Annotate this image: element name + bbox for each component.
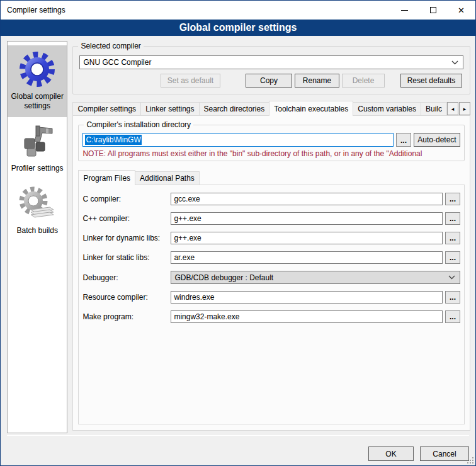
static-linker-label: Linker for static libs:	[82, 253, 171, 262]
dynamic-linker-browse-button[interactable]: ...	[445, 232, 460, 244]
auto-detect-button[interactable]: Auto-detect	[414, 133, 460, 147]
make-program-row: Make program: ...	[82, 310, 460, 323]
dialog-body: Global compiler settings Profiler settin…	[1, 36, 475, 466]
install-dir-selected-text: C:\raylib\MinGW	[85, 135, 141, 145]
page-title: Global compiler settings	[1, 20, 475, 36]
copy-button[interactable]: Copy	[246, 74, 292, 88]
make-program-input[interactable]	[171, 310, 443, 323]
footer-button-row: OK Cancel	[368, 446, 469, 461]
tab-custom-variables[interactable]: Custom variables	[353, 102, 421, 115]
caliper-icon	[17, 121, 57, 161]
rename-button[interactable]: Rename	[295, 74, 339, 88]
make-program-label: Make program:	[82, 312, 171, 321]
sidebar-item-batch-builds[interactable]: Batch builds	[8, 179, 67, 242]
sidebar-item-label: Global compiler settings	[9, 92, 65, 111]
make-program-browse-button[interactable]: ...	[445, 310, 460, 323]
window-title: Compiler settings	[1, 6, 65, 14]
static-linker-browse-button[interactable]: ...	[445, 251, 460, 264]
resource-compiler-browse-button[interactable]: ...	[445, 291, 460, 304]
set-as-default-button[interactable]: Set as default	[161, 74, 220, 88]
program-files-notebook: Program Files Additional Paths C compile…	[78, 170, 465, 424]
ok-button[interactable]: OK	[368, 446, 414, 461]
c-compiler-browse-button[interactable]: ...	[445, 193, 460, 205]
cpp-compiler-row: C++ compiler: ...	[82, 212, 460, 225]
tab-additional-paths[interactable]: Additional Paths	[135, 171, 200, 185]
selected-compiler-group: Selected compiler GNU GCC Compiler Set a…	[72, 46, 470, 94]
tab-search-directories[interactable]: Search directories	[199, 102, 270, 115]
resource-compiler-row: Resource compiler: ...	[82, 291, 460, 304]
compiler-select-value: GNU GCC Compiler	[83, 58, 151, 67]
sidebar-item-label: Batch builds	[17, 226, 58, 236]
arrow-left-icon: ◂	[451, 106, 455, 112]
inner-tabbar: Program Files Additional Paths	[78, 170, 465, 185]
static-linker-input[interactable]	[171, 251, 443, 264]
debugger-label: Debugger:	[82, 273, 171, 282]
settings-panel: Selected compiler GNU GCC Compiler Set a…	[72, 41, 470, 466]
install-dir-browse-button[interactable]: ...	[396, 133, 411, 147]
dynamic-linker-input[interactable]	[171, 232, 443, 244]
c-compiler-row: C compiler: ...	[82, 193, 460, 205]
footer-divider	[7, 435, 469, 436]
gray-gear-stack-icon	[17, 183, 57, 224]
dynamic-linker-row: Linker for dynamic libs: ...	[82, 232, 460, 244]
program-files-page: C compiler: ... C++ compiler: ... Linker…	[78, 185, 465, 424]
tab-linker-settings[interactable]: Linker settings	[140, 102, 199, 115]
tab-scroll-left-button[interactable]: ◂	[447, 102, 458, 115]
cpp-compiler-input[interactable]	[171, 212, 443, 225]
sidebar-item-label: Profiler settings	[11, 164, 64, 173]
chevron-down-icon	[448, 275, 455, 280]
cancel-button[interactable]: Cancel	[420, 446, 469, 461]
chevron-down-icon	[451, 60, 458, 65]
tab-compiler-settings[interactable]: Compiler settings	[72, 102, 141, 115]
minimize-button[interactable]	[390, 1, 419, 20]
arrow-right-icon: ▸	[463, 106, 467, 112]
settings-category-list: Global compiler settings Profiler settin…	[7, 41, 67, 433]
install-dir-group: Compiler's installation directory C:\ray…	[78, 125, 465, 161]
sidebar-item-global-compiler-settings[interactable]: Global compiler settings	[8, 45, 67, 117]
sidebar-item-profiler-settings[interactable]: Profiler settings	[8, 117, 67, 179]
install-dir-input[interactable]: C:\raylib\MinGW	[82, 133, 394, 147]
minimize-icon	[401, 10, 408, 11]
compiler-button-row: Set as default Copy Rename Delete Reset …	[79, 74, 463, 88]
blue-gear-icon	[17, 49, 57, 89]
cpp-compiler-label: C++ compiler:	[82, 214, 171, 223]
window-controls: ✕	[390, 1, 475, 20]
debugger-select[interactable]: GDB/CDB debugger : Default	[171, 271, 460, 284]
resize-grip[interactable]	[472, 462, 473, 463]
tab-toolchain-executables[interactable]: Toolchain executables	[269, 101, 353, 116]
main-tabbar: Compiler settings Linker settings Search…	[72, 101, 470, 115]
tab-scroll-buttons: ◂ ▸	[446, 102, 470, 115]
install-dir-group-label: Compiler's installation directory	[84, 120, 193, 129]
install-dir-note: NOTE: All programs must exist either in …	[82, 149, 460, 158]
toolchain-executables-page: Compiler's installation directory C:\ray…	[72, 115, 470, 431]
selected-compiler-group-label: Selected compiler	[78, 42, 143, 50]
debugger-select-value: GDB/CDB debugger : Default	[174, 273, 273, 282]
tab-scroll-right-button[interactable]: ▸	[459, 102, 470, 115]
compiler-settings-dialog: Compiler settings ✕ Global compiler sett…	[0, 0, 476, 466]
compiler-select[interactable]: GNU GCC Compiler	[79, 55, 463, 69]
tab-build-options-clipped[interactable]: Builc	[421, 102, 447, 115]
titlebar: Compiler settings ✕	[1, 1, 475, 20]
reset-defaults-button[interactable]: Reset defaults	[400, 74, 462, 88]
maximize-button[interactable]	[419, 1, 447, 20]
tab-program-files[interactable]: Program Files	[78, 170, 135, 185]
dynamic-linker-label: Linker for dynamic libs:	[82, 234, 171, 242]
delete-button[interactable]: Delete	[342, 74, 385, 88]
resource-compiler-input[interactable]	[171, 291, 443, 304]
close-button[interactable]: ✕	[447, 1, 475, 20]
cpp-compiler-browse-button[interactable]: ...	[445, 212, 460, 225]
c-compiler-label: C compiler:	[82, 195, 171, 203]
debugger-row: Debugger: GDB/CDB debugger : Default	[82, 271, 460, 284]
close-icon: ✕	[458, 6, 465, 14]
c-compiler-input[interactable]	[171, 193, 443, 205]
resource-compiler-label: Resource compiler:	[82, 293, 171, 302]
maximize-icon	[430, 7, 436, 13]
install-dir-row: C:\raylib\MinGW ... Auto-detect	[82, 133, 460, 147]
static-linker-row: Linker for static libs: ...	[82, 251, 460, 264]
